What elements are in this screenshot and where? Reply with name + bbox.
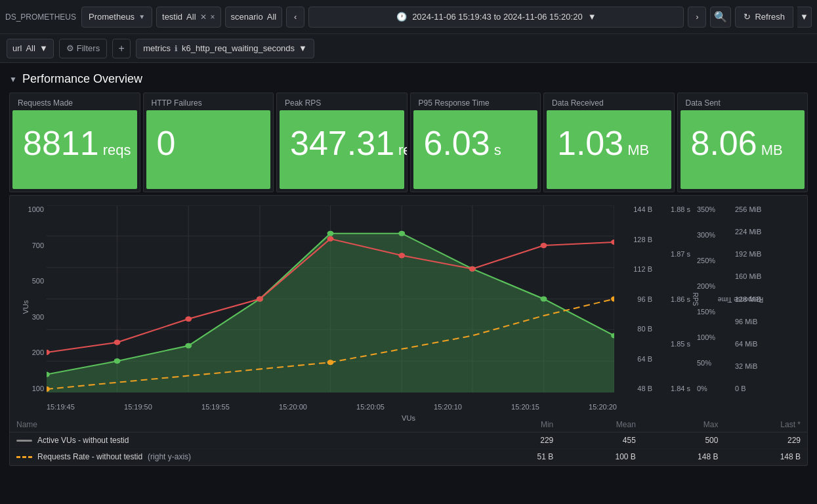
time-prev-button[interactable]: ‹ [286,7,304,28]
testid-value: All [186,12,196,22]
time-range-value: 2024-11-06 15:19:43 to 2024-11-06 15:20:… [412,12,583,22]
metrics-value: k6_http_req_waiting_seconds [182,43,295,53]
clock-icon: 🕐 [396,12,407,22]
url-filter[interactable]: url All ▼ [7,39,54,58]
stat-card-requests-made-body: 8811 reqs [12,110,137,189]
legend-min-vus: 229 [488,432,560,449]
section-title: Performance Overview [22,72,142,86]
svg-point-35 [327,360,334,365]
stat-card-data-sent-header: Data Sent [678,93,808,110]
top-bar: DS_PROMETHEUS Prometheus ▼ testid All ✕ … [0,0,817,34]
legend-name-rps-suffix: (right y-axis) [148,452,191,461]
stat-card-p95-response: P95 Response Time 6.03 s [410,93,541,192]
filters-button[interactable]: ⚙ Filters [59,39,107,58]
url-value: All [26,43,35,53]
legend-table: Name Min Mean Max Last * Active VUs - wi… [10,417,807,465]
metrics-info-icon[interactable]: ℹ [175,44,178,53]
legend-row-requests-rate: Requests Rate - without testid (right y-… [10,449,807,465]
metrics-dropdown[interactable]: metrics ℹ k6_http_req_waiting_seconds ▼ [136,39,314,58]
stat-card-data-received: Data Received 1.03 MB [543,93,675,192]
svg-point-28 [257,296,263,301]
section-collapse-button[interactable]: ▼ [9,75,17,84]
svg-point-30 [398,253,405,258]
stat-card-requests-made-header: Requests Made [10,93,140,110]
svg-point-21 [398,231,405,236]
datasource-value: Prometheus [89,12,135,22]
stat-unit-data-sent: MB [761,142,783,159]
add-filter-button[interactable]: + [112,39,131,58]
time-range-picker[interactable]: 🕐 2024-11-06 15:19:43 to 2024-11-06 15:2… [308,7,684,28]
filter-icon: ⚙ [66,43,74,53]
y-axes-right: 144 B 128 B 112 B 96 B 80 B 64 B 48 B 1.… [617,205,807,392]
stat-card-data-received-header: Data Received [544,93,674,110]
testid-filter[interactable]: testid All ✕ × [156,7,221,28]
refresh-label: Refresh [755,12,785,22]
testid-close-icon[interactable]: ✕ [200,12,207,22]
svg-point-31 [469,266,476,272]
legend-line-icon-rps [16,456,32,458]
svg-point-33 [611,240,614,245]
legend-name-vus: Active VUs - without testid [37,436,129,445]
datasource-chevron-icon: ▼ [138,13,145,20]
stat-card-peak-rps-header: Peak RPS [277,93,407,110]
svg-point-29 [327,236,334,242]
stat-value-requests-made: 8811 [23,126,99,160]
stat-card-data-sent: Data Sent 8.06 MB [677,93,808,192]
refresh-dropdown-button[interactable]: ▼ [797,7,812,28]
stat-unit-peak-rps: req/s [398,142,407,159]
refresh-button[interactable]: ↻ Refresh [735,7,793,28]
legend-name-rps: Requests Rate - without testid [37,452,142,461]
time-next-button[interactable]: › [688,7,706,28]
legend-mean-vus: 455 [560,432,642,449]
filters-label: Filters [77,43,100,53]
time-range-chevron-icon: ▼ [588,12,597,22]
zoom-out-button[interactable]: 🔍 [710,7,731,28]
testid-x-icon[interactable]: × [211,12,215,22]
stat-value-data-sent: 8.06 [691,126,757,160]
svg-point-36 [611,296,614,301]
stat-card-http-failures-body: 0 [146,110,271,189]
url-label: url [12,43,22,53]
stat-card-p95-response-body: 6.03 s [413,110,538,189]
stat-unit-requests-made: reqs [103,142,131,159]
stat-value-peak-rps: 347.31 [290,126,394,160]
chart-svg [47,205,614,392]
legend-max-vus: 500 [642,432,725,449]
stat-card-data-received-body: 1.03 MB [547,110,671,189]
filter-bar: url All ▼ ⚙ Filters + metrics ℹ k6_http_… [0,34,817,63]
y-axis-vus: 1000 700 500 300 200 100 [16,205,44,392]
stat-value-http-failures: 0 [157,126,176,160]
stat-card-http-failures: HTTP Failures 0 [143,93,274,192]
legend-last-vus: 229 [724,432,807,449]
stat-unit-p95-response: s [494,142,501,159]
stat-value-p95-response: 6.03 [424,126,490,160]
refresh-chevron-icon: ▼ [800,12,808,22]
svg-point-18 [185,343,192,348]
testid-label: testid [162,12,182,22]
section-header: ▼ Performance Overview [0,63,817,93]
svg-point-32 [541,243,547,248]
ds-label: DS_PROMETHEUS [5,12,76,22]
svg-point-17 [114,358,121,364]
svg-point-23 [541,296,547,301]
stat-cards: Requests Made 8811 reqs HTTP Failures 0 … [0,93,817,192]
metrics-chevron-icon: ▼ [299,43,307,53]
datasource-dropdown[interactable]: Prometheus ▼ [81,7,152,28]
legend-min-rps: 51 B [488,449,560,465]
legend-last-rps: 148 B [724,449,807,465]
stat-card-peak-rps-body: 347.31 req/s [280,110,404,189]
response-time-axis-label: Response Time [718,295,763,303]
stat-value-data-received: 1.03 [557,126,623,160]
scenario-label: scenario [231,12,263,22]
svg-marker-15 [47,234,614,392]
legend-row-active-vus: Active VUs - without testid 229 455 500 … [10,432,807,449]
stat-card-requests-made: Requests Made 8811 reqs [9,93,140,192]
y-axis-vus-label: VUs [22,301,30,314]
chart-area: 1000 700 500 300 200 100 VUs [9,195,808,466]
svg-point-20 [327,231,334,236]
stat-card-p95-response-header: P95 Response Time [411,93,541,110]
svg-point-26 [114,340,121,345]
x-axis-label: VUs [10,414,807,422]
scenario-filter[interactable]: scenario All [225,7,283,28]
legend-mean-rps: 100 B [560,449,642,465]
